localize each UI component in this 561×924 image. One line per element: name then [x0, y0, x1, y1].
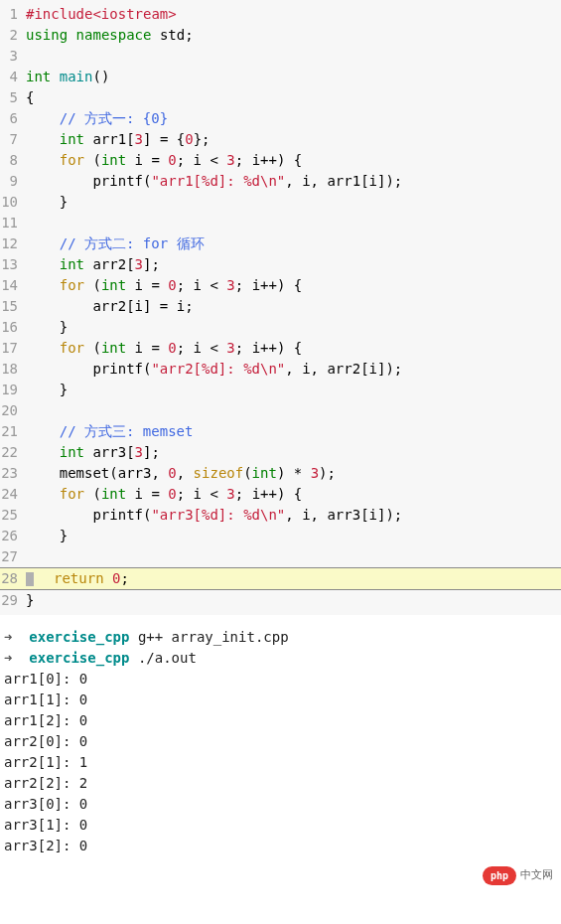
code-content: for (int i = 0; i < 3; i++) { — [26, 150, 561, 171]
code-line: 9 printf("arr1[%d]: %d\n", i, arr1[i]); — [0, 171, 561, 192]
code-line: 28return 0; — [0, 567, 561, 590]
line-number: 6 — [0, 108, 26, 129]
line-number: 22 — [0, 442, 26, 463]
code-line: 29} — [0, 590, 561, 611]
line-number: 29 — [0, 590, 26, 611]
cursor-icon — [26, 572, 34, 586]
code-content: return 0; — [26, 568, 561, 589]
line-number: 15 — [0, 296, 26, 317]
line-number: 21 — [0, 421, 26, 442]
code-content: printf("arr1[%d]: %d\n", i, arr1[i]); — [26, 171, 561, 192]
line-number: 14 — [0, 275, 26, 296]
code-content: for (int i = 0; i < 3; i++) { — [26, 484, 561, 505]
code-line: 19 } — [0, 380, 561, 400]
code-content: // 方式三: memset — [26, 421, 561, 442]
code-content: for (int i = 0; i < 3; i++) { — [26, 275, 561, 296]
code-line: 21 // 方式三: memset — [0, 421, 561, 442]
line-number: 25 — [0, 505, 26, 526]
code-editor: 1#include<iostream>2using namespace std;… — [0, 0, 561, 615]
code-line: 2using namespace std; — [0, 25, 561, 46]
line-number: 27 — [0, 546, 26, 567]
code-line: 3 — [0, 46, 561, 67]
line-number: 20 — [0, 400, 26, 421]
code-content: printf("arr3[%d]: %d\n", i, arr3[i]); — [26, 505, 561, 526]
code-line: 25 printf("arr3[%d]: %d\n", i, arr3[i]); — [0, 505, 561, 526]
code-content: } — [26, 192, 561, 213]
line-number: 8 — [0, 150, 26, 171]
line-number: 26 — [0, 526, 26, 546]
prompt-arrow-icon: ➜ — [4, 650, 29, 666]
prompt-path: exercise_cpp — [29, 629, 129, 645]
terminal-output-line: arr3[0]: 0 — [4, 794, 557, 815]
code-content: } — [26, 526, 561, 546]
terminal-output-line: arr1[0]: 0 — [4, 669, 557, 690]
terminal-command: g++ array_init.cpp — [129, 629, 288, 645]
terminal-command-line: ➜ exercise_cpp ./a.out — [4, 648, 557, 669]
code-line: 17 for (int i = 0; i < 3; i++) { — [0, 338, 561, 359]
code-line: 5{ — [0, 87, 561, 108]
code-content: } — [26, 317, 561, 338]
code-line: 15 arr2[i] = i; — [0, 296, 561, 317]
code-content: { — [26, 87, 561, 108]
code-content: } — [26, 590, 561, 611]
line-number: 9 — [0, 171, 26, 192]
code-line: 8 for (int i = 0; i < 3; i++) { — [0, 150, 561, 171]
line-number: 17 — [0, 338, 26, 359]
line-number: 19 — [0, 380, 26, 400]
code-line: 23 memset(arr3, 0, sizeof(int) * 3); — [0, 463, 561, 484]
line-number: 28 — [0, 568, 26, 589]
code-content: int arr1[3] = {0}; — [26, 129, 561, 150]
line-number: 5 — [0, 87, 26, 108]
code-content: arr2[i] = i; — [26, 296, 561, 317]
code-content: int main() — [26, 67, 561, 87]
code-line: 7 int arr1[3] = {0}; — [0, 129, 561, 150]
terminal-command-line: ➜ exercise_cpp g++ array_init.cpp — [4, 627, 557, 648]
line-number: 2 — [0, 25, 26, 46]
code-line: 4int main() — [0, 67, 561, 87]
line-number: 3 — [0, 46, 26, 67]
line-number: 23 — [0, 463, 26, 484]
line-number: 11 — [0, 213, 26, 233]
code-line: 1#include<iostream> — [0, 4, 561, 25]
code-line: 22 int arr3[3]; — [0, 442, 561, 463]
code-line: 13 int arr2[3]; — [0, 254, 561, 275]
line-number: 1 — [0, 4, 26, 25]
code-line: 10 } — [0, 192, 561, 213]
code-content: int arr3[3]; — [26, 442, 561, 463]
terminal-output-line: arr2[2]: 2 — [4, 773, 557, 794]
code-content: printf("arr2[%d]: %d\n", i, arr2[i]); — [26, 359, 561, 380]
line-number: 18 — [0, 359, 26, 380]
code-line: 26 } — [0, 526, 561, 546]
prompt-path: exercise_cpp — [29, 650, 129, 666]
line-number: 13 — [0, 254, 26, 275]
code-content: for (int i = 0; i < 3; i++) { — [26, 338, 561, 359]
terminal-output-line: arr3[1]: 0 — [4, 815, 557, 836]
line-number: 10 — [0, 192, 26, 213]
code-line: 27 — [0, 546, 561, 567]
terminal-output-line: arr3[2]: 0 — [4, 836, 557, 856]
terminal-output-line: arr2[1]: 1 — [4, 752, 557, 773]
code-line: 20 — [0, 400, 561, 421]
code-content: // 方式一: {0} — [26, 108, 561, 129]
code-line: 16 } — [0, 317, 561, 338]
line-number: 12 — [0, 233, 26, 254]
line-number: 4 — [0, 67, 26, 87]
code-content: using namespace std; — [26, 25, 561, 46]
code-line: 18 printf("arr2[%d]: %d\n", i, arr2[i]); — [0, 359, 561, 380]
line-number: 7 — [0, 129, 26, 150]
terminal-output-line: arr1[1]: 0 — [4, 690, 557, 710]
code-line: 12 // 方式二: for 循环 — [0, 233, 561, 254]
code-content: memset(arr3, 0, sizeof(int) * 3); — [26, 463, 561, 484]
terminal-command: ./a.out — [129, 650, 196, 666]
prompt-arrow-icon: ➜ — [4, 629, 29, 645]
terminal-output-line: arr2[0]: 0 — [4, 731, 557, 752]
line-number: 24 — [0, 484, 26, 505]
line-number: 16 — [0, 317, 26, 338]
code-content: int arr2[3]; — [26, 254, 561, 275]
code-line: 14 for (int i = 0; i < 3; i++) { — [0, 275, 561, 296]
terminal-output: ➜ exercise_cpp g++ array_init.cpp➜ exerc… — [0, 615, 561, 860]
code-line: 6 // 方式一: {0} — [0, 108, 561, 129]
terminal-output-line: arr1[2]: 0 — [4, 710, 557, 731]
code-line: 24 for (int i = 0; i < 3; i++) { — [0, 484, 561, 505]
code-content: // 方式二: for 循环 — [26, 233, 561, 254]
